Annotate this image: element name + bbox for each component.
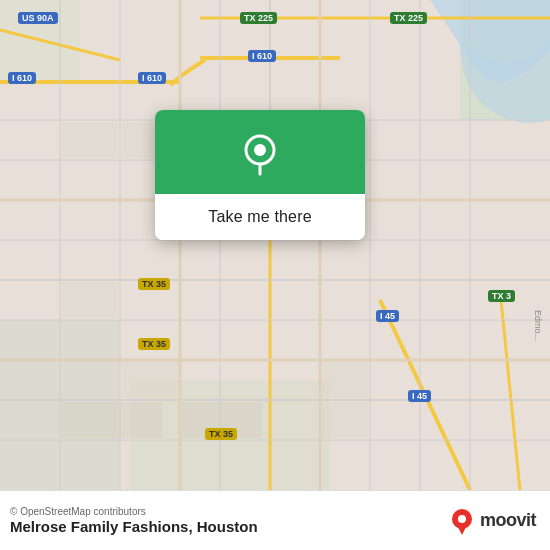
badge-i45a: I 45 <box>376 310 399 322</box>
map-svg: Edmo... <box>0 0 550 490</box>
badge-tx35a: TX 35 <box>138 278 170 290</box>
bottom-left-info: © OpenStreetMap contributors Melrose Fam… <box>10 506 258 535</box>
svg-rect-41 <box>62 402 162 438</box>
badge-tx3: TX 3 <box>488 290 515 302</box>
svg-rect-44 <box>322 402 368 438</box>
svg-marker-51 <box>458 527 466 535</box>
badge-i45b: I 45 <box>408 390 431 402</box>
badge-tx35c: TX 35 <box>205 428 237 440</box>
badge-us90a: US 90A <box>18 12 58 24</box>
badge-tx225a: TX 225 <box>240 12 277 24</box>
map-view: Edmo... US 90A TX 225 TX 225 I 610 I 610… <box>0 0 550 490</box>
badge-i610b: I 610 <box>138 72 166 84</box>
badge-i610a: I 610 <box>8 72 36 84</box>
svg-point-50 <box>458 515 466 523</box>
svg-rect-39 <box>62 282 118 318</box>
bottom-bar: © OpenStreetMap contributors Melrose Fam… <box>0 490 550 550</box>
svg-rect-35 <box>62 122 118 158</box>
badge-tx35b: TX 35 <box>138 338 170 350</box>
popup-header <box>155 110 365 194</box>
take-me-there-button[interactable]: Take me there <box>155 194 365 240</box>
svg-rect-43 <box>322 362 368 398</box>
location-pin-icon <box>238 132 282 176</box>
moovit-logo: moovit <box>448 507 536 535</box>
moovit-brand-text: moovit <box>480 510 536 531</box>
popup-card: Take me there <box>155 110 365 240</box>
osm-attribution: © OpenStreetMap contributors <box>10 506 258 517</box>
badge-tx225b: TX 225 <box>390 12 427 24</box>
svg-text:Edmo...: Edmo... <box>533 310 543 341</box>
svg-point-47 <box>254 144 266 156</box>
place-name: Melrose Family Fashions, Houston <box>10 518 258 535</box>
badge-i610c: I 610 <box>248 50 276 62</box>
moovit-icon <box>448 507 476 535</box>
svg-rect-40 <box>122 362 178 398</box>
